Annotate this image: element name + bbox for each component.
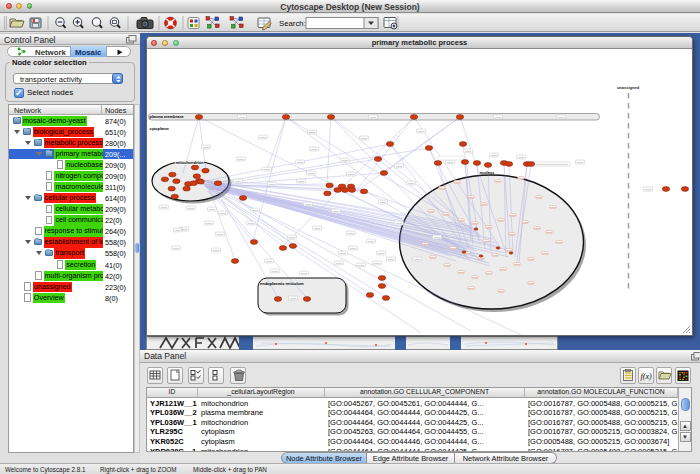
- svg-text:unassigned: unassigned: [617, 85, 640, 90]
- svg-text:f(x): f(x): [641, 372, 652, 381]
- svg-text:nucleus: nucleus: [480, 170, 495, 175]
- svg-text:endoplasmic reticulum: endoplasmic reticulum: [260, 281, 304, 286]
- svg-text:plasma membrane: plasma membrane: [150, 114, 185, 119]
- svg-text:Search:: Search:: [279, 19, 306, 28]
- svg-text:mitochondrion: mitochondrion: [176, 160, 205, 165]
- svg-text:cytoplasm: cytoplasm: [150, 126, 170, 131]
